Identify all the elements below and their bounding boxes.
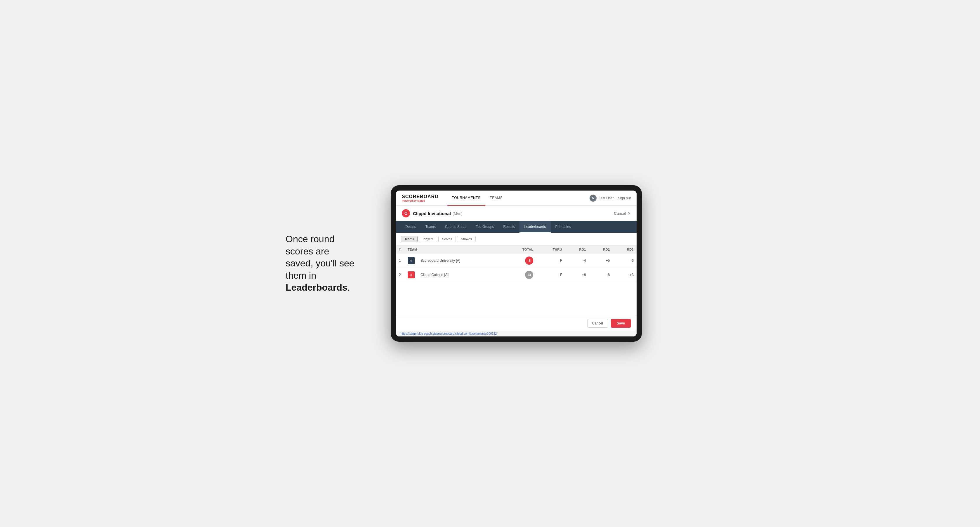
logo-text: SCOREBOARD [402,194,439,199]
tab-printables[interactable]: Printables [551,221,576,233]
user-avatar: S [590,195,597,202]
col-team: TEAM [405,245,504,254]
row1-thru: F [536,254,565,268]
nav-right: S Test User | Sign out [590,195,631,202]
navigation-bar: SCOREBOARD Powered by clippd TOURNAMENTS… [396,190,636,206]
cancel-button[interactable]: Cancel [587,319,608,328]
subtab-strokes[interactable]: Strokes [457,236,476,242]
tab-course-setup[interactable]: Course Setup [441,221,471,233]
team-logo-img-red: C [408,271,415,278]
row2-thru: F [536,268,565,282]
description-bold: Leaderboards [286,282,347,293]
row1-name: Scoreboard University [A] [418,254,504,268]
description-period: . [347,282,350,293]
table-row: 2 C Clippd College [A] [396,268,636,282]
sub-tab-bar: Teams Players Scores Strokes [396,233,636,245]
tab-results[interactable]: Results [498,221,520,233]
brand-name: clippd [417,199,425,202]
main-content: # TEAM TOTAL THRU RD1 RD2 RD3 [396,245,636,316]
score-badge-gray: +3 [525,271,533,279]
tab-navigation: Details Teams Course Setup Tee Groups Re… [396,221,636,233]
nav-tournaments[interactable]: TOURNAMENTS [447,190,485,206]
tournament-header: C Clippd Invitational (Men) Cancel ✕ [396,206,636,221]
row2-rd1: +8 [565,268,589,282]
page-wrapper: Once round scores are saved, you'll see … [286,185,694,342]
description-line1: Once round [286,234,334,244]
col-rd3: RD3 [612,245,636,254]
col-thru: THRU [536,245,565,254]
save-button[interactable]: Save [611,319,631,328]
row1-rd3: -6 [612,254,636,268]
leaderboard-table: # TEAM TOTAL THRU RD1 RD2 RD3 [396,245,636,282]
tablet-device: SCOREBOARD Powered by clippd TOURNAMENTS… [391,185,642,342]
tablet-screen: SCOREBOARD Powered by clippd TOURNAMENTS… [396,190,636,337]
logo-powered: Powered by clippd [402,199,439,202]
description-line4: them in [286,270,316,281]
bottom-action-bar: Cancel Save [396,316,636,331]
col-total: TOTAL [504,245,536,254]
row2-total: +3 [504,268,536,282]
row1-total: -5 [504,254,536,268]
user-name: Test User | [599,196,616,200]
row1-rank: 1 [396,254,405,268]
row2-name: Clippd College [A] [418,268,504,282]
row1-rd1: -4 [565,254,589,268]
row2-rd2: -8 [589,268,613,282]
col-rd2: RD2 [589,245,613,254]
nav-teams[interactable]: TEAMS [485,190,508,206]
col-rank: # [396,245,405,254]
row1-rd2: +5 [589,254,613,268]
sign-out-link[interactable]: Sign out [618,196,631,200]
tab-tee-groups[interactable]: Tee Groups [471,221,498,233]
tab-leaderboards[interactable]: Leaderboards [520,221,550,233]
tournament-gender: (Men) [453,211,463,216]
tab-details[interactable]: Details [401,221,421,233]
row2-rank: 2 [396,268,405,282]
table-header-row: # TEAM TOTAL THRU RD1 RD2 RD3 [396,245,636,254]
row1-logo: S [405,254,418,268]
leaderboard-table-wrapper: # TEAM TOTAL THRU RD1 RD2 RD3 [396,245,636,282]
nav-links: TOURNAMENTS TEAMS [447,190,590,206]
tab-teams[interactable]: Teams [421,221,441,233]
tournament-logo: C [402,209,410,217]
left-description: Once round scores are saved, you'll see … [286,233,373,294]
score-badge-red: -5 [525,257,533,265]
status-url: https://stage-blue-coach.stagescoreboard… [401,332,497,335]
subtab-players[interactable]: Players [419,236,437,242]
logo-section: SCOREBOARD Powered by clippd [402,194,439,202]
description-line3: saved, you'll see [286,258,355,268]
status-bar: https://stage-blue-coach.stagescoreboard… [396,331,636,337]
row2-logo: C [405,268,418,282]
subtab-scores[interactable]: Scores [438,236,456,242]
team-logo-img: S [408,257,415,264]
tournament-name: Clippd Invitational [413,211,451,216]
close-icon: ✕ [628,211,631,216]
tournament-cancel-button[interactable]: Cancel ✕ [614,211,631,216]
description-line2: scores are [286,246,329,257]
table-row: 1 S Scoreboard University [A] [396,254,636,268]
subtab-teams[interactable]: Teams [401,236,418,242]
row2-rd3: +3 [612,268,636,282]
col-rd1: RD1 [565,245,589,254]
